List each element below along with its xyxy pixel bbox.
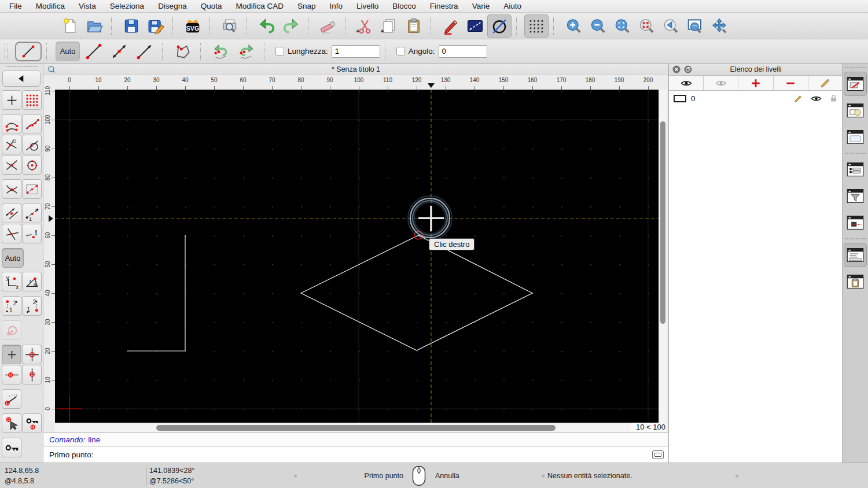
dock-block-list-button[interactable] xyxy=(844,98,867,123)
set-relative-zero-button[interactable] xyxy=(22,345,42,364)
zoom-in-button[interactable] xyxy=(561,14,586,38)
snap-perpendicular-button[interactable] xyxy=(2,135,21,154)
zoom-window-button[interactable] xyxy=(683,14,707,38)
angle-gauge-button[interactable] xyxy=(2,389,21,409)
line-angle-button[interactable] xyxy=(106,41,132,62)
snap-center-button[interactable] xyxy=(22,155,42,175)
back-button[interactable] xyxy=(2,71,41,87)
command-input[interactable] xyxy=(94,449,652,461)
copy-button[interactable] xyxy=(377,14,402,38)
angle-checkbox[interactable] xyxy=(396,47,405,56)
dock-entity-list-button[interactable] xyxy=(844,157,867,182)
current-tool-line-button[interactable] xyxy=(15,42,42,61)
new-file-button[interactable] xyxy=(58,14,82,38)
coordinate-relative-1-button[interactable]: 12 xyxy=(2,296,21,316)
dock-filter-button[interactable] xyxy=(844,184,867,208)
menu-item-vista[interactable]: Vista xyxy=(79,2,96,10)
zoom-fit-button[interactable] xyxy=(610,14,634,38)
menu-item-file[interactable]: File xyxy=(9,2,22,10)
pan-button[interactable] xyxy=(707,14,731,38)
open-file-button[interactable] xyxy=(82,14,106,38)
layer-visible-icon[interactable] xyxy=(811,93,822,104)
menu-item-aiuto[interactable]: Aiuto xyxy=(503,2,521,10)
snap-cross-button[interactable] xyxy=(2,224,21,243)
measure-distance-button[interactable] xyxy=(463,14,487,38)
snap-distance-button[interactable] xyxy=(22,179,42,199)
layer-row[interactable]: 0 xyxy=(669,91,843,106)
coordinate-polar-button[interactable]: ra xyxy=(22,272,42,291)
snap-free-button[interactable] xyxy=(2,90,21,110)
undo-segment-button[interactable] xyxy=(208,41,234,62)
cut-button[interactable] xyxy=(353,14,377,38)
dock-layer-list-button[interactable] xyxy=(844,72,867,96)
menu-item-disegna[interactable]: Disegna xyxy=(158,2,187,10)
palette-handle[interactable] xyxy=(6,66,37,69)
menu-item-modifica[interactable]: Modifica xyxy=(36,2,65,10)
polyline-button[interactable] xyxy=(170,41,196,62)
float-panel-icon[interactable] xyxy=(684,65,692,73)
zoom-previous-button[interactable] xyxy=(659,14,683,38)
toolbar-handle[interactable] xyxy=(5,44,8,59)
redo-button[interactable] xyxy=(279,14,303,38)
export-svg-button[interactable]: SVG xyxy=(181,14,205,38)
select-relative-zero-button[interactable] xyxy=(2,413,21,433)
restrict-orthogonal-button[interactable] xyxy=(2,204,21,223)
lock-zero-button[interactable] xyxy=(2,438,21,457)
layer-lock-icon[interactable] xyxy=(829,94,838,103)
window-icon[interactable] xyxy=(47,65,56,74)
vertical-scrollbar-thumb[interactable] xyxy=(660,121,665,324)
snap-on-entity-button[interactable] xyxy=(22,114,42,134)
menu-item-snap[interactable]: Snap xyxy=(297,2,316,10)
remove-layer-button[interactable] xyxy=(774,76,808,90)
zoom-auto-button[interactable] xyxy=(634,14,659,38)
keyboard-toggle-button[interactable] xyxy=(652,450,664,459)
snap-divide-button[interactable]: 12 xyxy=(22,204,42,223)
restrict-free-button[interactable] xyxy=(2,345,21,364)
save-button[interactable] xyxy=(119,14,144,38)
dock-command-line-button[interactable] xyxy=(844,243,867,267)
snap-tangent-button[interactable] xyxy=(22,135,42,154)
draft-mode-toggle[interactable] xyxy=(487,14,512,38)
paste-button[interactable] xyxy=(402,14,426,38)
length-input[interactable] xyxy=(332,45,380,58)
show-all-layers-button[interactable] xyxy=(669,76,704,90)
add-layer-button[interactable] xyxy=(738,76,773,90)
menu-item-finestra[interactable]: Finestra xyxy=(430,2,458,10)
menu-item-info[interactable]: Info xyxy=(330,2,343,10)
zoom-out-button[interactable] xyxy=(586,14,610,38)
dock-handle[interactable] xyxy=(845,67,866,68)
snap-middle-button[interactable] xyxy=(2,155,21,175)
length-checkbox[interactable] xyxy=(275,47,284,56)
close-panel-icon[interactable] xyxy=(672,65,681,73)
grid-toggle[interactable] xyxy=(524,14,549,38)
vertical-scrollbar[interactable] xyxy=(659,90,667,423)
layer-pencil-icon[interactable] xyxy=(793,94,803,103)
restrict-nothing-button[interactable]: ! xyxy=(22,224,42,243)
coordinate-relative-2-button[interactable]: 12 xyxy=(22,296,42,316)
menu-item-quota[interactable]: Quota xyxy=(201,2,222,10)
menu-item-blocco[interactable]: Blocco xyxy=(392,2,416,10)
snap-endpoints-button[interactable] xyxy=(2,114,21,134)
horizontal-scrollbar[interactable] xyxy=(55,423,631,432)
restrict-vertical-button[interactable] xyxy=(22,365,42,385)
menu-item-modifica-cad[interactable]: Modifica CAD xyxy=(236,2,284,10)
snap-grid-button[interactable] xyxy=(22,90,42,110)
snap-intersection-button[interactable] xyxy=(2,179,21,199)
redo-segment-button[interactable] xyxy=(234,41,259,62)
dock-pen-palette-button[interactable] xyxy=(844,210,867,235)
drawing-canvas[interactable]: Clic destro xyxy=(55,90,659,423)
restrict-horizontal-button[interactable] xyxy=(2,365,21,385)
menu-item-varie[interactable]: Varie xyxy=(472,2,490,10)
dock-library-browser-button[interactable] xyxy=(844,125,867,149)
line-horizontal-button[interactable] xyxy=(132,41,157,62)
lock-relative-zero-button[interactable] xyxy=(22,413,42,433)
undo-button[interactable] xyxy=(255,14,279,38)
menu-item-livello[interactable]: Livello xyxy=(356,2,378,10)
snap-auto-button[interactable]: Auto xyxy=(2,248,24,268)
horizontal-scrollbar-thumb[interactable] xyxy=(156,425,556,431)
save-as-button[interactable] xyxy=(144,14,168,38)
delete-button[interactable] xyxy=(316,14,340,38)
auto-line-button[interactable]: Auto xyxy=(56,42,80,61)
edit-layer-button[interactable] xyxy=(808,76,843,90)
hide-all-layers-button[interactable] xyxy=(704,76,738,90)
